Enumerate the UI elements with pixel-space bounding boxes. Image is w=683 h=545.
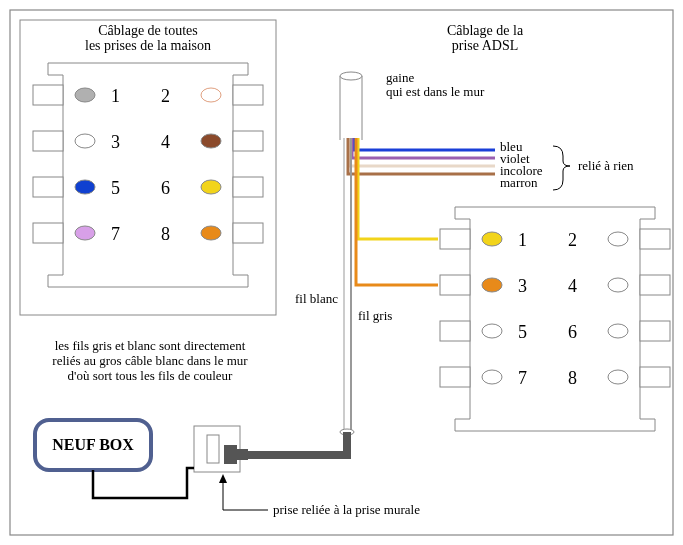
svg-rect-40	[640, 321, 670, 341]
left-panel: Câblage de toutes les prises de la maiso…	[20, 20, 276, 315]
svg-point-55	[608, 324, 628, 338]
svg-rect-34	[440, 229, 470, 249]
svg-rect-39	[640, 275, 670, 295]
svg-rect-36	[440, 321, 470, 341]
pin-3: 3	[75, 132, 120, 152]
svg-text:fil blanc: fil blanc	[295, 291, 338, 306]
rpin-6: 6	[568, 322, 628, 342]
svg-point-16	[75, 226, 95, 240]
svg-rect-6	[233, 85, 263, 105]
left-socket: 1 3 5 7 2 4 6 8	[33, 63, 263, 287]
left-title-2: les prises de la maison	[85, 38, 211, 53]
svg-point-48	[482, 370, 502, 384]
svg-point-19	[201, 88, 221, 102]
svg-point-46	[482, 324, 502, 338]
svg-text:marron: marron	[500, 175, 538, 190]
svg-text:7: 7	[111, 224, 120, 244]
svg-point-12	[75, 134, 95, 148]
svg-point-23	[201, 180, 221, 194]
svg-point-51	[608, 232, 628, 246]
svg-point-42	[482, 232, 502, 246]
svg-text:NEUF BOX: NEUF BOX	[52, 436, 134, 453]
pin-4: 4	[161, 132, 221, 152]
rpin-7: 7	[482, 368, 527, 388]
svg-rect-8	[233, 177, 263, 197]
pin-5: 5	[75, 178, 120, 198]
svg-rect-9	[233, 223, 263, 243]
svg-rect-37	[440, 367, 470, 387]
right-title-2: prise ADSL	[452, 38, 519, 53]
svg-text:1: 1	[518, 230, 527, 250]
svg-text:3: 3	[111, 132, 120, 152]
svg-rect-3	[33, 131, 63, 151]
rpin-8: 8	[568, 368, 628, 388]
rpin-3: 3	[482, 276, 527, 296]
rpin-2: 2	[568, 230, 628, 250]
right-title-1: Câblage de la	[447, 23, 524, 38]
dark-cable	[248, 432, 347, 455]
svg-rect-41	[640, 367, 670, 387]
svg-point-14	[75, 180, 95, 194]
svg-text:reliés au gros câble blanc dan: reliés au gros câble blanc dans le mur	[52, 353, 248, 368]
svg-text:relié à rien: relié à rien	[578, 158, 634, 173]
note: les fils gris et blanc sont directement …	[52, 338, 248, 383]
svg-point-26	[340, 72, 362, 80]
svg-text:8: 8	[161, 224, 170, 244]
svg-text:6: 6	[568, 322, 577, 342]
svg-point-53	[608, 278, 628, 292]
wall-socket	[194, 426, 248, 472]
svg-text:prise reliée à la prise murale: prise reliée à la prise murale	[273, 502, 420, 517]
svg-rect-67	[207, 435, 219, 463]
pin-8: 8	[161, 224, 221, 244]
svg-rect-5	[33, 223, 63, 243]
svg-text:d'où sort tous les fils de cou: d'où sort tous les fils de couleur	[68, 368, 233, 383]
svg-text:4: 4	[161, 132, 170, 152]
svg-text:3: 3	[518, 276, 527, 296]
svg-text:5: 5	[111, 178, 120, 198]
svg-rect-4	[33, 177, 63, 197]
svg-point-21	[201, 134, 221, 148]
pin-7: 7	[75, 224, 120, 244]
svg-rect-38	[640, 229, 670, 249]
svg-text:2: 2	[161, 86, 170, 106]
svg-text:5: 5	[518, 322, 527, 342]
arrow-label: prise reliée à la prise murale	[219, 474, 420, 517]
rpin-1: 1	[482, 230, 527, 250]
svg-text:8: 8	[568, 368, 577, 388]
pin-1: 1	[75, 86, 120, 106]
svg-text:qui est dans le mur: qui est dans le mur	[386, 84, 485, 99]
neuf-box: NEUF BOX	[35, 420, 151, 470]
left-title-1: Câblage de toutes	[98, 23, 198, 38]
svg-rect-35	[440, 275, 470, 295]
svg-rect-2	[33, 85, 63, 105]
svg-rect-7	[233, 131, 263, 151]
sheath: gaine qui est dans le mur	[340, 70, 485, 140]
svg-text:fil gris: fil gris	[358, 308, 392, 323]
pin-6: 6	[161, 178, 221, 198]
svg-text:6: 6	[161, 178, 170, 198]
svg-text:gaine: gaine	[386, 70, 414, 85]
svg-text:4: 4	[568, 276, 577, 296]
svg-rect-1	[20, 20, 276, 315]
svg-text:2: 2	[568, 230, 577, 250]
wires-unused: bleu violet incolore marron relié à rien	[348, 138, 634, 190]
svg-text:les fils gris et blanc sont di: les fils gris et blanc sont directement	[55, 338, 246, 353]
right-socket: 1 3 5 7 2 4 6 8	[440, 207, 670, 431]
svg-point-44	[482, 278, 502, 292]
wires-connected	[356, 138, 438, 285]
rpin-4: 4	[568, 276, 628, 296]
svg-point-25	[201, 226, 221, 240]
svg-point-57	[608, 370, 628, 384]
svg-point-10	[75, 88, 95, 102]
box-cable	[93, 468, 194, 498]
svg-text:1: 1	[111, 86, 120, 106]
rpin-5: 5	[482, 322, 527, 342]
pin-2: 2	[161, 86, 221, 106]
svg-text:7: 7	[518, 368, 527, 388]
